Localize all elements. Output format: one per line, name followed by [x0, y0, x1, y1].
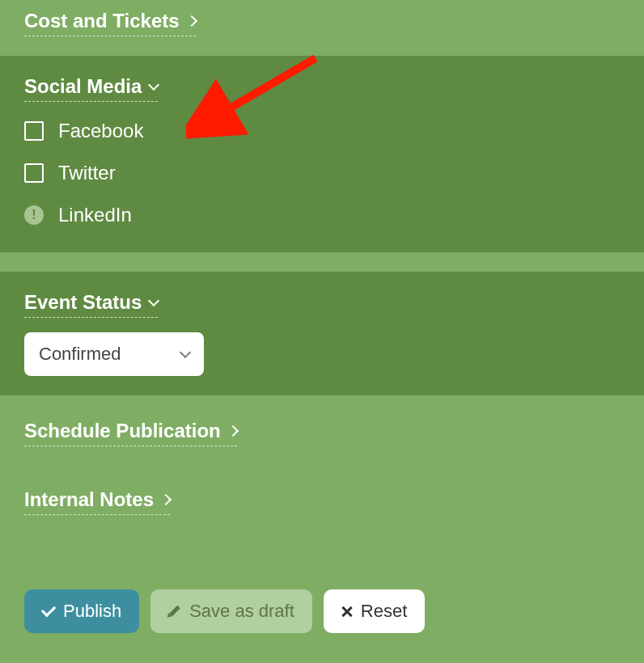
reset-button[interactable]: Reset: [324, 589, 425, 633]
chevron-right-icon: [160, 494, 172, 505]
chevron-down-icon: [148, 295, 159, 306]
schedule-publication-title: Schedule Publication: [24, 420, 221, 442]
social-media-title: Social Media: [24, 75, 142, 98]
social-media-section: Social Media Facebook Twitter ! LinkedIn: [0, 56, 644, 252]
twitter-label: Twitter: [58, 162, 116, 184]
facebook-checkbox[interactable]: [24, 121, 44, 141]
cost-tickets-toggle[interactable]: Cost and Tickets: [24, 10, 196, 36]
schedule-publication-toggle[interactable]: Schedule Publication: [24, 420, 237, 446]
social-media-toggle[interactable]: Social Media: [24, 75, 158, 102]
event-status-select[interactable]: Confirmed: [24, 332, 204, 376]
chevron-right-icon: [186, 15, 197, 27]
cost-tickets-section: Cost and Tickets: [0, 0, 644, 56]
event-status-toggle[interactable]: Event Status: [24, 291, 158, 318]
action-buttons: Publish Save as draft Reset: [24, 589, 620, 633]
linkedin-label: LinkedIn: [58, 204, 132, 226]
twitter-option[interactable]: Twitter: [24, 162, 620, 184]
twitter-checkbox[interactable]: [24, 163, 44, 183]
event-status-title: Event Status: [24, 291, 142, 314]
facebook-option[interactable]: Facebook: [24, 120, 620, 142]
facebook-label: Facebook: [58, 120, 143, 142]
chevron-right-icon: [227, 425, 239, 437]
chevron-down-icon: [148, 79, 159, 91]
info-icon: !: [24, 205, 44, 225]
x-icon: [341, 606, 353, 617]
publish-button[interactable]: Publish: [24, 589, 139, 633]
reset-label: Reset: [361, 601, 407, 622]
chevron-down-icon: [180, 347, 191, 358]
event-status-value: Confirmed: [39, 344, 121, 365]
publish-label: Publish: [63, 601, 121, 622]
event-status-section: Event Status Confirmed: [0, 272, 644, 395]
internal-notes-toggle[interactable]: Internal Notes: [24, 488, 170, 515]
save-draft-button[interactable]: Save as draft: [150, 589, 312, 633]
linkedin-option[interactable]: ! LinkedIn: [24, 204, 620, 226]
cost-tickets-title: Cost and Tickets: [24, 10, 180, 32]
internal-notes-title: Internal Notes: [24, 488, 154, 511]
social-media-options: Facebook Twitter ! LinkedIn: [24, 120, 620, 226]
check-icon: [41, 602, 56, 617]
section-spacer: [0, 252, 644, 272]
lower-sections: Schedule Publication Internal Notes Publ…: [0, 395, 644, 652]
save-draft-label: Save as draft: [189, 601, 294, 622]
pencil-icon: [168, 605, 181, 618]
